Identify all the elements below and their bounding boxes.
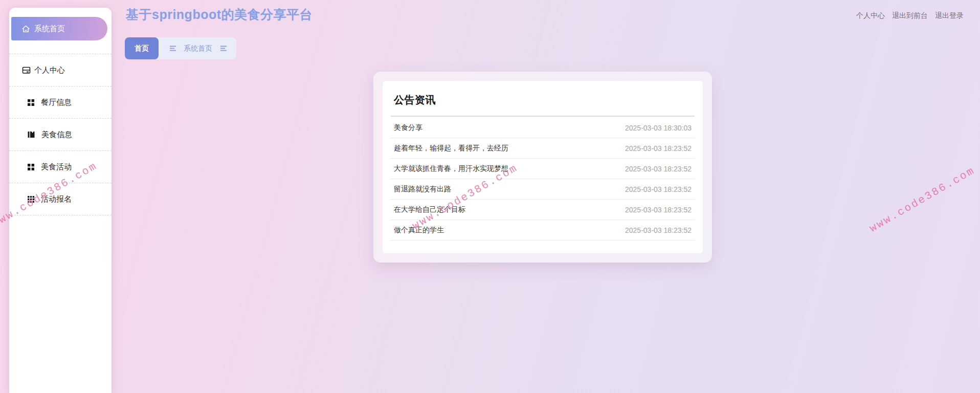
announcement-row[interactable]: 做个真正的学生 2025-03-03 18:23:52 [391,220,695,241]
nav-logout[interactable]: 退出登录 [935,11,964,20]
window-icon [22,66,31,75]
announcement-time: 2025-03-03 18:23:52 [625,206,692,214]
grid4-icon [27,99,35,106]
announcement-text: 大学就该抓住青春，用汗水实现梦想 [394,164,508,173]
sidebar-item-food-info[interactable]: 美食信息 [9,119,112,151]
sidebar-item-label: 个人中心 [34,66,65,75]
menu-lines-icon[interactable] [220,46,227,51]
announcement-row[interactable]: 美食分享 2025-03-03 18:30:03 [391,118,695,138]
watermark-text: www.code386.com [867,165,977,235]
announcement-row[interactable]: 留退路就没有出路 2025-03-03 18:23:52 [391,179,695,200]
announcement-title: 公告资讯 [391,81,695,117]
breadcrumb-system-home[interactable]: 系统首页 [184,44,212,53]
sidebar-item-label: 活动报名 [41,194,72,204]
sidebar-item-system-home[interactable]: 系统首页 [11,17,107,40]
book-icon [27,130,35,139]
announcement-text: 美食分享 [394,123,422,133]
sidebar-item-food-activity[interactable]: 美食活动 [9,151,112,183]
announcement-time: 2025-03-03 18:23:52 [625,185,692,193]
announcement-row[interactable]: 在大学给自己定个目标 2025-03-03 18:23:52 [391,200,695,220]
announcement-row[interactable]: 趁着年轻，输得起，看得开，去经历 2025-03-03 18:23:52 [391,138,695,159]
tab-home[interactable]: 首页 [125,37,159,59]
sidebar-item-label: 餐厅信息 [41,98,72,107]
announcement-time: 2025-03-03 18:23:52 [625,165,692,173]
nav-exit-to-front[interactable]: 退出到前台 [892,11,928,20]
announcement-text: 留退路就没有出路 [394,185,451,194]
announcement-row[interactable]: 大学就该抓住青春，用汗水实现梦想 2025-03-03 18:23:52 [391,159,695,179]
sidebar-item-restaurant-info[interactable]: 餐厅信息 [9,86,112,119]
sidebar-item-activity-signup[interactable]: 活动报名 [9,183,112,215]
sidebar-item-label: 美食信息 [41,130,72,140]
header-nav: 个人中心 退出到前台 退出登录 [856,11,964,20]
announcement-card-container: 公告资讯 美食分享 2025-03-03 18:30:03 趁着年轻，输得起，看… [373,72,712,263]
sidebar-item-label: 美食活动 [41,162,72,172]
announcement-text: 做个真正的学生 [394,226,444,235]
home-icon [21,25,30,33]
nav-personal-center[interactable]: 个人中心 [856,11,885,20]
announcement-text: 趁着年轻，输得起，看得开，去经历 [394,144,508,153]
grid4-icon [27,163,35,171]
sidebar: 系统首页 个人中心 [9,8,112,393]
announcement-text: 在大学给自己定个目标 [394,205,465,214]
sidebar-item-personal-center[interactable]: 个人中心 [9,54,112,86]
sidebar-menu: 个人中心 餐厅信息 美 [9,54,112,215]
announcement-time: 2025-03-03 18:30:03 [625,124,692,132]
page-title: 基于springboot的美食分享平台 [126,6,313,23]
sidebar-item-label: 系统首页 [34,24,65,34]
tab-strip: 首页 系统首页 [125,37,236,59]
grid9-icon [27,195,35,203]
announcement-card: 公告资讯 美食分享 2025-03-03 18:30:03 趁着年轻，输得起，看… [383,81,703,253]
announcement-list: 美食分享 2025-03-03 18:30:03 趁着年轻，输得起，看得开，去经… [391,118,695,241]
announcement-time: 2025-03-03 18:23:52 [625,226,692,234]
announcement-time: 2025-03-03 18:23:52 [625,144,692,152]
menu-lines-icon[interactable] [170,46,176,51]
food-share-admin-page: 基于springboot的美食分享平台 个人中心 退出到前台 退出登录 系统首页 [0,0,980,393]
